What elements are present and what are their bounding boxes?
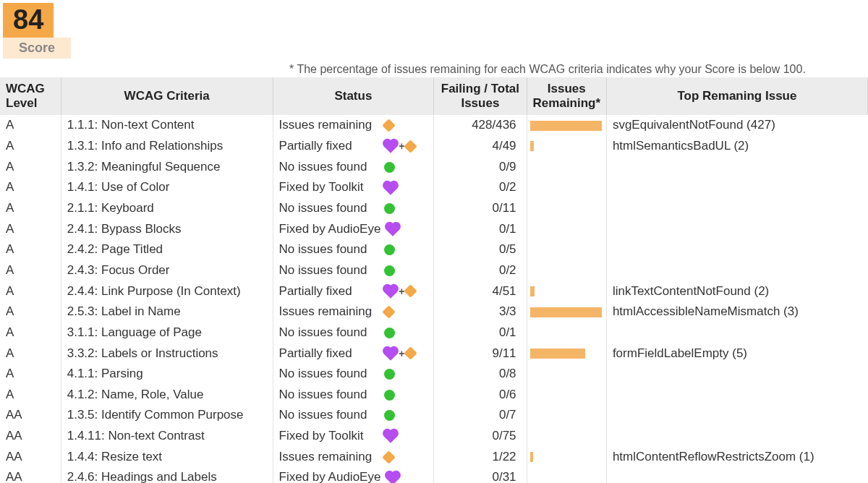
status-text: Fixed by AudioEye [279,221,381,239]
status-text: Issues remaining [279,116,373,134]
cell-level: AA [0,447,61,468]
cell-remaining-bar [527,385,606,406]
cell-failing: 0/5 [434,239,527,260]
cell-top-issue [606,426,867,447]
th-failing: Failing / Total Issues [434,77,527,116]
cell-failing: 0/6 [434,385,527,406]
cell-remaining-bar [527,157,606,178]
cell-status: No issues found [273,157,434,178]
cell-level: A [0,364,61,385]
th-level: WCAG Level [0,77,61,116]
status-icons: + [384,346,427,361]
table-row: AA2.4.6: Headings and LabelsFixed by Aud… [0,467,868,483]
status-text: No issues found [279,200,367,218]
status-icons [384,181,427,195]
remaining-bar [530,121,602,131]
wcag-table: WCAG Level WCAG Criteria Status Failing … [0,77,868,483]
cell-criteria: 2.4.3: Focus Order [61,260,273,281]
table-row: A1.3.1: Info and RelationshipsPartially … [0,136,868,157]
cell-remaining-bar [527,260,606,281]
heart-purple-icon [388,472,398,482]
circle-green-icon [384,410,395,421]
circle-green-icon [384,390,395,401]
status-text: Partially fixed [279,283,352,301]
status-text: Fixed by Toolkit [279,179,364,197]
cell-remaining-bar [527,239,606,260]
table-row: A2.1.1: KeyboardNo issues found0/11 [0,198,868,219]
cell-level: A [0,343,61,364]
status-icons: + [384,139,427,153]
cell-failing: 428/436 [434,115,527,136]
cell-criteria: 1.4.4: Resize text [61,447,273,468]
cell-remaining-bar [527,447,606,468]
cell-remaining-bar [527,136,606,157]
cell-failing: 0/11 [434,198,527,219]
status-icons [384,328,427,338]
remaining-bar [530,349,585,359]
diamond-orange-icon [404,285,417,298]
cell-failing: 9/11 [434,343,527,364]
cell-level: A [0,302,61,322]
cell-top-issue: formFieldLabelEmpty (5) [606,343,867,364]
cell-criteria: 3.1.1: Language of Page [61,322,273,343]
status-text: Fixed by AudioEye [279,469,381,483]
remaining-bar [530,307,602,317]
cell-status: Issues remaining [273,115,434,136]
heart-purple-icon [386,141,396,151]
circle-green-icon [384,369,395,380]
status-icons [384,162,427,173]
cell-top-issue [606,198,867,219]
cell-top-issue [606,322,867,343]
status-text: No issues found [279,262,367,280]
status-icons [384,410,427,421]
diamond-orange-icon [383,305,396,318]
cell-failing: 0/9 [434,157,527,178]
cell-top-issue [606,385,867,406]
cell-top-issue [606,177,867,198]
cell-criteria: 2.4.4: Link Purpose (In Context) [61,281,273,302]
cell-criteria: 2.5.3: Label in Name [61,302,273,322]
cell-status: Issues remaining [273,302,434,322]
cell-remaining-bar [527,281,606,302]
table-row: AA1.4.11: Non-text ContrastFixed by Tool… [0,426,868,447]
cell-criteria: 2.4.2: Page Titled [61,239,273,260]
cell-status: Fixed by AudioEye [273,467,434,483]
cell-top-issue [606,405,867,426]
table-row: A1.4.1: Use of ColorFixed by Toolkit0/2 [0,177,868,198]
remaining-bar [530,452,533,462]
remaining-bar [530,286,535,296]
cell-status: No issues found [273,198,434,219]
th-remaining: Issues Remaining* [527,77,606,116]
status-text: No issues found [279,241,367,259]
circle-green-icon [384,162,395,173]
diamond-orange-icon [404,347,417,360]
status-text: No issues found [279,365,367,383]
status-icons [384,369,427,380]
table-row: A4.1.2: Name, Role, ValueNo issues found… [0,385,868,406]
table-row: A1.3.2: Meaningful SequenceNo issues fou… [0,157,868,178]
heart-purple-icon [386,286,396,296]
cell-failing: 0/2 [434,177,527,198]
score-block: 84 Score [0,0,868,59]
cell-status: No issues found [273,385,434,406]
cell-criteria: 2.4.6: Headings and Labels [61,467,273,483]
cell-criteria: 4.1.2: Name, Role, Value [61,385,273,406]
cell-remaining-bar [527,405,606,426]
cell-remaining-bar [527,322,606,343]
status-text: Fixed by Toolkit [279,427,364,445]
cell-top-issue [606,239,867,260]
cell-remaining-bar [527,364,606,385]
cell-level: A [0,385,61,406]
status-text: No issues found [279,324,367,342]
circle-green-icon [384,328,395,338]
cell-criteria: 1.3.1: Info and Relationships [61,136,273,157]
heart-purple-icon [388,224,398,234]
table-row: A4.1.1: ParsingNo issues found0/8 [0,364,868,385]
cell-level: A [0,157,61,178]
cell-failing: 0/2 [434,260,527,281]
status-icons [384,244,427,255]
cell-level: A [0,281,61,302]
table-row: AA1.3.5: Identify Common PurposeNo issue… [0,405,868,426]
th-status: Status [273,77,434,116]
status-text: Partially fixed [279,345,352,363]
